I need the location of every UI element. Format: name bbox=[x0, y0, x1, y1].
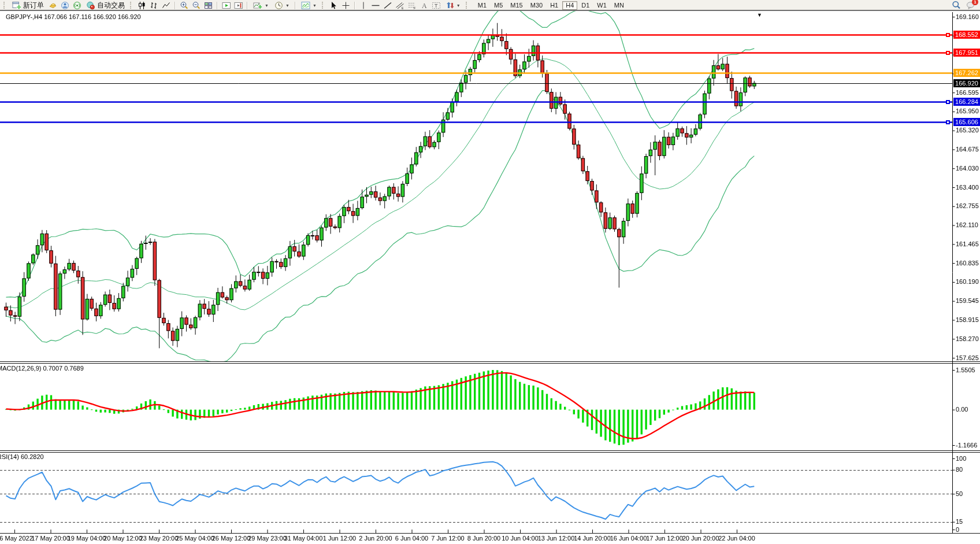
toolbar-drag-handle[interactable] bbox=[130, 2, 133, 9]
candlestick-chart-icon[interactable] bbox=[136, 1, 147, 10]
time-axis-label: 19 May 04:00 bbox=[68, 535, 106, 542]
time-axis-label: 6 Jun 04:00 bbox=[395, 535, 429, 542]
timeframe-M5[interactable]: M5 bbox=[491, 1, 506, 10]
price-level-label-166.284[interactable]: 166.284 bbox=[953, 98, 980, 106]
toolbar-separator bbox=[354, 2, 355, 9]
bar-chart-icon[interactable] bbox=[149, 1, 159, 10]
trendline-icon[interactable] bbox=[383, 1, 394, 10]
timeframe-H4[interactable]: H4 bbox=[562, 1, 577, 10]
line-chart-icon[interactable] bbox=[161, 1, 172, 10]
timeframe-M30[interactable]: M30 bbox=[527, 1, 546, 10]
new-order-button[interactable]: 新订单 bbox=[10, 1, 46, 10]
price-axis-tick: 159.545 bbox=[956, 297, 979, 304]
time-axis-label: 8 Jun 20:00 bbox=[467, 535, 501, 542]
toolbar-separator bbox=[175, 2, 176, 9]
time-axis-label: 20 May 12:00 bbox=[103, 535, 142, 542]
toolbar-separator bbox=[295, 2, 296, 9]
price-axis-tick: 169.160 bbox=[956, 13, 979, 20]
rsi-axis-tick: 15 bbox=[956, 518, 963, 525]
cursor-icon[interactable] bbox=[328, 1, 339, 10]
search-icon[interactable] bbox=[951, 1, 962, 10]
zoom-in-icon[interactable] bbox=[179, 1, 190, 10]
price-level-label-167.951[interactable]: 167.951 bbox=[953, 49, 980, 57]
toolbar-drag-handle[interactable] bbox=[466, 2, 469, 9]
chart-shift-marker[interactable]: ▼ bbox=[757, 12, 762, 18]
toolbar-drag-handle[interactable] bbox=[3, 2, 7, 9]
price-level-label-167.262[interactable]: 167.262 bbox=[953, 69, 980, 77]
price-axis-tick: 164.030 bbox=[956, 165, 979, 172]
signal-icon[interactable] bbox=[72, 1, 83, 10]
time-axis-label: 10 Jun 04:00 bbox=[502, 535, 539, 542]
time-axis-label: 31 May 04:00 bbox=[284, 535, 323, 542]
svg-text:F: F bbox=[414, 6, 416, 10]
notification-badge: 1 bbox=[972, 0, 978, 5]
price-level-label-165.606[interactable]: 165.606 bbox=[953, 118, 980, 126]
chart-canvas[interactable] bbox=[0, 0, 980, 544]
rsi-indicator-label: RSI(14) 60.2820 bbox=[0, 453, 44, 460]
horizontal-line-icon[interactable] bbox=[370, 1, 381, 10]
tile-windows-icon[interactable] bbox=[203, 1, 214, 10]
rsi-axis-tick: 80 bbox=[956, 466, 963, 473]
equidistant-channel-icon[interactable]: E bbox=[395, 1, 406, 10]
time-axis-label: 23 May 20:00 bbox=[140, 535, 179, 542]
timeframe-D1[interactable]: D1 bbox=[578, 1, 593, 10]
notifications-icon[interactable]: 1 bbox=[965, 1, 976, 10]
toolbar-drag-handle[interactable] bbox=[322, 2, 325, 9]
price-axis-tick: 162.755 bbox=[956, 202, 979, 209]
svg-text:T: T bbox=[435, 3, 438, 9]
arrows-button[interactable]: ▼ bbox=[443, 1, 463, 10]
time-axis-label: 16 Jun 04:00 bbox=[610, 535, 647, 542]
timeframe-MN[interactable]: MN bbox=[611, 1, 628, 10]
support-icon[interactable] bbox=[60, 1, 70, 10]
fibonacci-icon[interactable]: F bbox=[407, 1, 418, 10]
timeframe-W1[interactable]: W1 bbox=[593, 1, 610, 10]
timeframe-M1[interactable]: M1 bbox=[474, 1, 490, 10]
macd-indicator-label: MACD(12,26,9) 0.7007 0.7689 bbox=[0, 365, 84, 372]
time-axis-label: 1 Jun 12:00 bbox=[323, 535, 357, 542]
chevron-down-icon: ▼ bbox=[456, 3, 461, 8]
auto-trading-label: 自动交易 bbox=[97, 1, 125, 10]
rsi-axis-tick: 50 bbox=[956, 490, 963, 497]
price-axis-tick: 163.400 bbox=[956, 184, 979, 191]
time-axis-label: 20 Jun 20:00 bbox=[682, 535, 719, 542]
macd-axis-tick: 1.5505 bbox=[956, 367, 975, 373]
toolbar-separator bbox=[247, 2, 248, 9]
chart-symbol-title: GBPJPY-,H4 167.066 167.116 166.920 166.9… bbox=[6, 13, 141, 20]
indicators-button[interactable]: ▼ bbox=[251, 1, 271, 10]
price-level-label-166.920[interactable]: 166.920 bbox=[953, 79, 980, 87]
time-axis-label: 17 May 20:00 bbox=[31, 535, 70, 542]
deposit-icon[interactable] bbox=[47, 1, 58, 10]
rsi-axis-tick: 0 bbox=[956, 526, 959, 533]
price-axis-tick: 160.190 bbox=[956, 278, 979, 285]
toolbar-separator bbox=[217, 2, 218, 9]
time-axis-label: 25 May 04:00 bbox=[176, 535, 214, 542]
auto-trading-button[interactable]: 自动交易 bbox=[84, 1, 127, 10]
svg-text:A: A bbox=[422, 2, 427, 10]
price-level-label-168.552[interactable]: 168.552 bbox=[953, 31, 980, 39]
time-axis-label: 26 May 12:00 bbox=[212, 535, 251, 542]
timeframe-toolbar: M1M5M15M30H1H4D1W1MN bbox=[474, 1, 628, 10]
auto-trading-icon bbox=[86, 1, 95, 10]
time-axis-label: 29 May 23:00 bbox=[248, 535, 287, 542]
text-label-icon[interactable]: T bbox=[431, 1, 442, 10]
toolbar: 新订单 自动交易 bbox=[0, 0, 980, 10]
price-axis-tick: 166.595 bbox=[956, 89, 979, 96]
time-axis-label: 13 Jun 12:00 bbox=[538, 535, 575, 542]
auto-scroll-icon[interactable] bbox=[221, 1, 232, 10]
timeframe-M15[interactable]: M15 bbox=[507, 1, 526, 10]
text-icon[interactable]: A bbox=[419, 1, 430, 10]
price-axis-tick: 165.320 bbox=[956, 127, 979, 134]
crosshair-icon[interactable] bbox=[340, 1, 351, 10]
macd-axis-tick: 0.00 bbox=[956, 406, 968, 413]
macd-axis-tick: -1.1666 bbox=[956, 442, 977, 449]
zoom-out-icon[interactable] bbox=[191, 1, 202, 10]
vertical-line-icon[interactable] bbox=[358, 1, 369, 10]
chevron-down-icon: ▼ bbox=[313, 3, 317, 8]
templates-button[interactable]: ▼ bbox=[299, 1, 319, 10]
toolbar-right: 1 bbox=[951, 1, 978, 10]
price-axis-tick: 164.675 bbox=[956, 146, 979, 153]
timeframe-H1[interactable]: H1 bbox=[547, 1, 562, 10]
rsi-axis-tick: 100 bbox=[956, 455, 966, 462]
chart-shift-icon[interactable] bbox=[233, 1, 244, 10]
periods-button[interactable]: ▼ bbox=[272, 1, 292, 10]
